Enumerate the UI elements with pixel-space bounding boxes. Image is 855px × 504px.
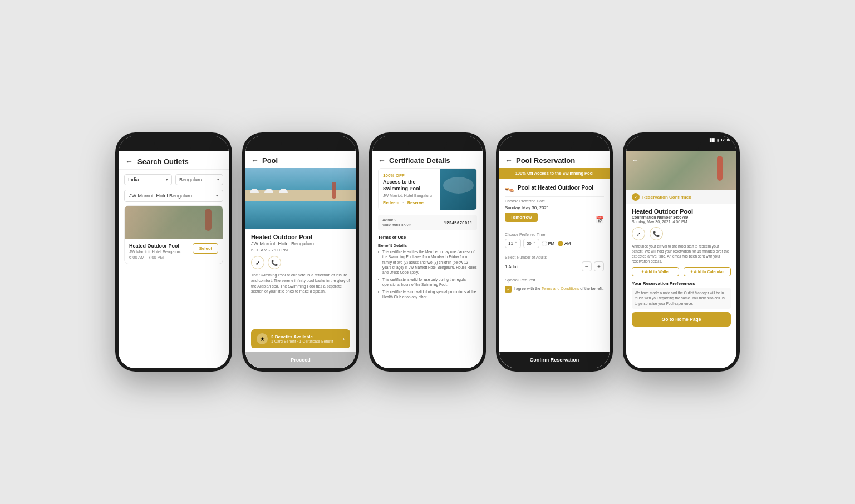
bullet-1: This certificate entitles the Member to … [378,249,477,274]
adults-label: Select Number of Adults [505,255,604,259]
chevron-down-icon: ▾ [217,177,219,182]
p2-icons: ⤢ 📞 [251,256,350,269]
p2-back-arrow[interactable]: ← [251,156,259,165]
am-pm-group: PM AM [542,241,571,246]
p2-proceed-button[interactable]: Proceed [245,352,356,368]
increment-button[interactable]: + [594,261,604,271]
add-to-wallet-button[interactable]: + Add to Wallet [632,267,679,276]
p2-description: The Swimming Pool at our hotel is a refl… [251,273,350,294]
chevron-updown-icon: ⌃ [514,241,518,246]
confirm-button[interactable]: Confirm Reservation [499,352,610,368]
p5-share-icon[interactable]: ⤢ [632,227,645,240]
phone-icon[interactable]: 📞 [268,256,281,269]
am-radio[interactable]: AM [558,241,571,246]
terms-row: ✓ I agree with the Terms and Conditions … [505,286,604,293]
add-to-calendar-button[interactable]: + Add to Calendar [684,267,731,276]
status-battery-icon: ▮ [717,138,719,142]
pool-figure-icon [332,182,336,199]
p3-admit-row: Admit 2 Valid thru 05/22 12345670011 [378,215,477,230]
adults-row: 1 Adult − + [505,261,604,271]
flip-flops-icon: 👡 [505,183,514,192]
p3-bullets: This certificate entitles the Member to … [372,249,483,302]
tomorrow-button[interactable]: Tomorrow [505,213,538,222]
date-label: Choose Preferred Date [505,199,604,203]
bullet-3: This certificate is not valid during spe… [378,289,477,299]
p2-outlet-name: Heated Outdoor Pool [251,234,350,240]
chevron-right-icon: › [343,336,345,342]
confirmed-label: Reservation Confirmed [642,195,691,200]
p2-body: Heated Outdoor Pool JW Marriott Hotel Be… [245,229,356,326]
time-label: Choose Preferred Time [505,233,604,236]
p5-prefs-text: We have made a note and the Outlet Manag… [632,288,731,308]
hour-select[interactable]: 11 ⌃ [505,239,521,248]
p1-city-filter[interactable]: Bengaluru ▾ [175,174,223,185]
benefits-sub: 1 Card Benefit · 1 Certificate Benefit [271,339,333,343]
bullet-2: This certificate is valid for use only d… [378,277,477,287]
p1-page-title: Search Outlets [137,157,189,166]
terms-link[interactable]: Terms and Conditions [542,286,579,290]
phone-4: ← Pool Reservation 100% Off Access to th… [496,132,613,372]
p4-body: 👡 Pool at Heated Outdoor Pool Choose Pre… [499,179,610,352]
p2-hotel-name: JW Marriott Hotel Bengaluru [251,241,350,246]
go-home-button[interactable]: Go to Home Page [632,312,731,327]
p5-wallet-row: + Add to Wallet + Add to Calendar [632,267,731,276]
p4-header: ← Pool Reservation [499,151,610,168]
status-time: 12:06 [720,138,730,142]
phones-container: ← Search Outlets India ▾ Bengaluru ▾ JW … [104,110,751,394]
p1-card-image [125,206,223,239]
chevron-updown-icon: ⌃ [533,241,536,246]
phone-2: ← Pool Heated Outdoor Pool JW Marriott H [242,132,359,372]
status-wifi-icon: ▊▊ [710,138,715,142]
reserve-link[interactable]: Reserve [407,200,424,205]
redeem-link[interactable]: Redeem [383,200,399,205]
terms-checkbox[interactable]: ✓ [505,286,512,293]
p1-pool-hours: 6:00 AM - 7:00 PM [129,255,181,260]
p5-pool-name: Heated Outdoor Pool [632,208,731,215]
p4-time-row: 11 ⌃ 00 ⌃ PM [505,239,604,248]
p3-benefit-title: Benefit Details [372,242,483,249]
share-icon[interactable]: ⤢ [251,256,264,269]
p5-back-area: ← [632,155,638,165]
p5-prefs-title: Your Reservation Preferences [632,281,731,286]
p1-hotel-filter[interactable]: JW Marriott Hotel Bengaluru ▾ [124,190,223,202]
decrement-button[interactable]: − [582,261,592,271]
minute-select[interactable]: 00 ⌃ [523,239,539,248]
p4-page-title: Pool Reservation [516,156,575,165]
p3-back-arrow[interactable]: ← [378,156,386,165]
cert-discount: 100% OFF [383,173,436,178]
phone-3: ← Certificate Details 100% OFF Access to… [369,132,486,372]
figure-silhouette [205,209,212,231]
pm-radio[interactable]: PM [542,241,554,246]
p1-pool-name: Heated Outdoor Pool [129,243,181,249]
cert-actions: Redeem • Reserve [383,200,436,205]
phone-1: ← Search Outlets India ▾ Bengaluru ▾ JW … [115,132,232,372]
p3-terms-title: Terms of Use [372,233,483,242]
admit-text: Admit 2 [382,218,411,223]
p2-pool-image [245,168,356,229]
valid-text: Valid thru 05/22 [382,223,411,228]
p5-phone-icon[interactable]: 📞 [650,227,663,240]
p5-figure [717,156,723,181]
p1-card-body: Heated Outdoor Pool JW Marriott Hotel Be… [125,239,223,264]
p5-action-icons: ⤢ 📞 [632,227,731,240]
chevron-down-icon: ▾ [216,194,218,198]
p5-confirm-number: Confirmation Number 3456789 [632,215,731,219]
p5-confirmed-banner: ✓ Reservation Confirmed [626,190,736,204]
benefits-count: 2 Benefits Available [271,334,333,339]
p3-cert-card: 100% OFF Access to the Swimming Pool JW … [378,168,477,210]
p1-header: ← Search Outlets [119,151,229,170]
pool-umbrellas [250,189,288,193]
p1-back-arrow[interactable]: ← [125,157,133,166]
date-value: Sunday, May 30, 2021 [505,205,604,210]
admit-code: 12345670011 [444,220,473,225]
p3-header: ← Certificate Details [372,151,483,168]
calendar-icon[interactable]: 📅 [596,216,604,224]
p2-hours: 6:00 AM - 7:00 PM [251,248,350,253]
p2-benefits-banner[interactable]: ★ 2 Benefits Available 1 Card Benefit · … [251,329,350,348]
p1-pool-hotel: JW Marriott Hotel Bengaluru [129,249,181,254]
p4-back-arrow[interactable]: ← [505,156,513,165]
p5-back-arrow[interactable]: ← [632,156,638,164]
star-icon: ★ [257,333,268,344]
p1-select-button[interactable]: Select [193,243,218,254]
p1-country-filter[interactable]: India ▾ [124,174,172,185]
